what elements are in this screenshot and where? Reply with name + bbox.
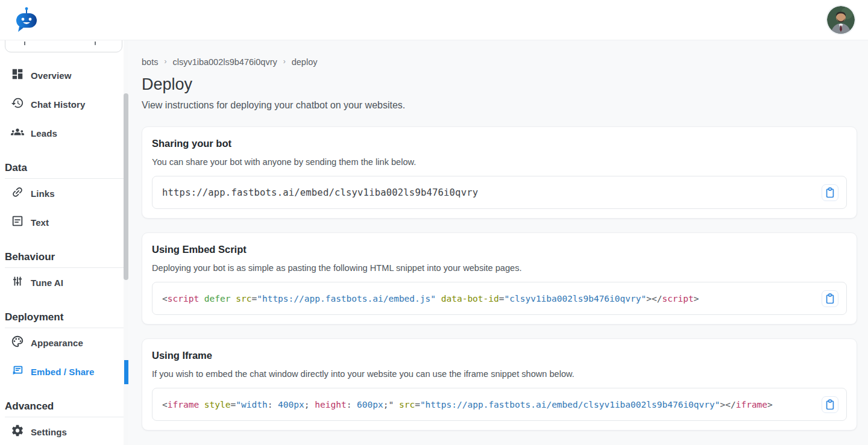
fastbots-logo[interactable]: [13, 6, 40, 34]
robot-logo-icon: [14, 7, 39, 33]
iframe-code: <iframe style="width: 400px; height: 600…: [162, 399, 773, 411]
card-sharing-your-bot: Sharing your bot You can share your bot …: [142, 126, 857, 219]
sidebar-item-links[interactable]: Links: [0, 179, 124, 208]
breadcrumb-bot-id[interactable]: clsyv1iba002ls9b476i0qvry: [172, 57, 277, 67]
clipboard-icon: [824, 187, 836, 199]
section-title-advanced: Advanced: [0, 400, 124, 412]
card-description: You can share your bot with anyone by se…: [152, 157, 847, 168]
iframe-codebox[interactable]: <iframe style="width: 400px; height: 600…: [152, 388, 847, 421]
card-using-iframe: Using Iframe If you wish to embed the ch…: [142, 338, 857, 431]
clipboard-icon: [824, 293, 836, 305]
sidebar-item-settings[interactable]: Settings: [0, 417, 124, 445]
sidebar-item-chat-history[interactable]: Chat History: [0, 90, 124, 119]
user-avatar[interactable]: [827, 6, 855, 34]
people-icon: [11, 125, 24, 141]
card-title: Using Iframe: [152, 349, 847, 361]
document-icon: [11, 214, 24, 230]
copy-iframe-button[interactable]: [822, 396, 838, 413]
page-title: Deploy: [142, 75, 857, 94]
sidebar-item-label: Text: [31, 217, 49, 228]
card-description: Deploying your bot is as simple as pasti…: [152, 263, 847, 274]
link-icon: [11, 185, 24, 201]
sidebar-nav: Overview Chat History Leads Data: [0, 54, 124, 445]
scrollbar-thumb[interactable]: [124, 93, 128, 280]
bot-selector-dropdown[interactable]: [5, 40, 122, 52]
section-title-deployment: Deployment: [0, 311, 124, 323]
tune-icon: [11, 275, 24, 290]
sidebar-item-embed-share[interactable]: Embed / Share: [0, 357, 124, 386]
breadcrumb-separator: ›: [283, 57, 286, 66]
share-link-code: https://app.fastbots.ai/embed/clsyv1iba0…: [162, 187, 478, 199]
sidebar-item-label: Links: [31, 188, 55, 199]
profile-photo: [827, 6, 855, 34]
section-title-behaviour: Behaviour: [0, 251, 124, 263]
active-item-indicator: [124, 360, 128, 384]
sidebar-item-label: Appearance: [31, 338, 83, 348]
copy-share-link-button[interactable]: [822, 184, 838, 201]
sidebar-item-label: Leads: [31, 128, 57, 138]
breadcrumb-deploy[interactable]: deploy: [292, 57, 318, 67]
sidebar-item-tune-ai[interactable]: Tune AI: [0, 268, 124, 297]
card-title: Using Embed Script: [152, 243, 847, 255]
sidebar-item-label: Chat History: [31, 99, 85, 110]
sidebar-item-overview[interactable]: Overview: [0, 61, 124, 90]
sidebar-item-appearance[interactable]: Appearance: [0, 328, 124, 357]
breadcrumb-separator: ›: [164, 57, 166, 66]
sidebar: Overview Chat History Leads Data: [0, 40, 128, 445]
dashboard-icon: [11, 67, 24, 83]
history-icon: [11, 96, 24, 112]
embed-script-code: <script defer src="https://app.fastbots.…: [162, 293, 699, 305]
palette-icon: [11, 335, 24, 350]
card-description: If you wish to embed the chat window dir…: [152, 369, 847, 380]
page-subtitle: View instructions for deploying your cha…: [142, 99, 857, 111]
sidebar-item-label: Tune AI: [31, 278, 63, 288]
share-link-codebox[interactable]: https://app.fastbots.ai/embed/clsyv1iba0…: [152, 176, 847, 209]
sidebar-item-leads[interactable]: Leads: [0, 119, 124, 148]
sidebar-item-text[interactable]: Text: [0, 208, 124, 237]
sidebar-scrollbar[interactable]: [124, 40, 128, 445]
copy-embed-script-button[interactable]: [822, 290, 838, 307]
embed-icon: [11, 364, 24, 379]
card-title: Sharing your bot: [152, 137, 847, 149]
gear-icon: [11, 424, 24, 440]
section-title-data: Data: [0, 162, 124, 174]
breadcrumb: bots › clsyv1iba002ls9b476i0qvry › deplo…: [142, 57, 857, 67]
sidebar-item-label: Overview: [31, 70, 72, 81]
sidebar-item-label: Settings: [31, 427, 67, 437]
top-header: [0, 0, 868, 40]
clipboard-icon: [824, 399, 836, 411]
card-using-embed-script: Using Embed Script Deploying your bot is…: [142, 232, 857, 325]
main-content: bots › clsyv1iba002ls9b476i0qvry › deplo…: [128, 40, 868, 445]
embed-script-codebox[interactable]: <script defer src="https://app.fastbots.…: [152, 282, 847, 315]
sidebar-item-label: Embed / Share: [31, 367, 95, 377]
breadcrumb-bots[interactable]: bots: [142, 57, 158, 67]
